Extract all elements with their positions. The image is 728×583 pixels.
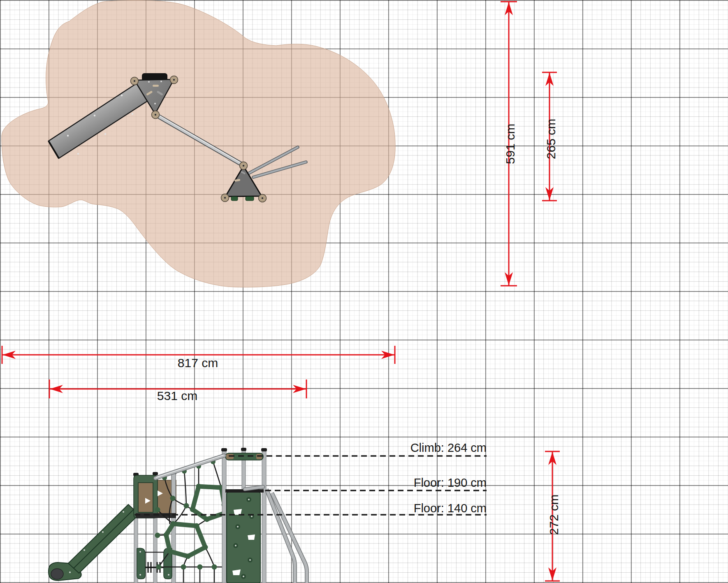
dim-817-label: 817 cm xyxy=(178,356,218,370)
climb-height-label: Climb: 264 cm xyxy=(410,441,487,454)
floor-140-label: Floor: 140 cm xyxy=(414,502,487,515)
dim-272-label: 272 cm xyxy=(547,495,561,535)
handrail xyxy=(267,489,307,583)
dim-531-label: 531 cm xyxy=(157,389,197,403)
diagonal-bar xyxy=(155,455,224,478)
slide-side-view xyxy=(49,504,139,581)
floor-board-140 xyxy=(136,513,176,518)
dim-265-label: 265 cm xyxy=(544,119,558,159)
dim-591-label: 591 cm xyxy=(503,124,517,164)
drawing-canvas: Climb: 264 cm Floor: 190 cm Floor: 140 c… xyxy=(0,0,728,583)
side-view: Climb: 264 cm Floor: 190 cm Floor: 140 c… xyxy=(49,441,487,583)
climbing-wall xyxy=(227,492,260,583)
plan-view xyxy=(2,0,395,287)
floor-190-label: Floor: 190 cm xyxy=(414,476,487,489)
dimension-drawing: Climb: 264 cm Floor: 190 cm Floor: 140 c… xyxy=(0,0,728,583)
